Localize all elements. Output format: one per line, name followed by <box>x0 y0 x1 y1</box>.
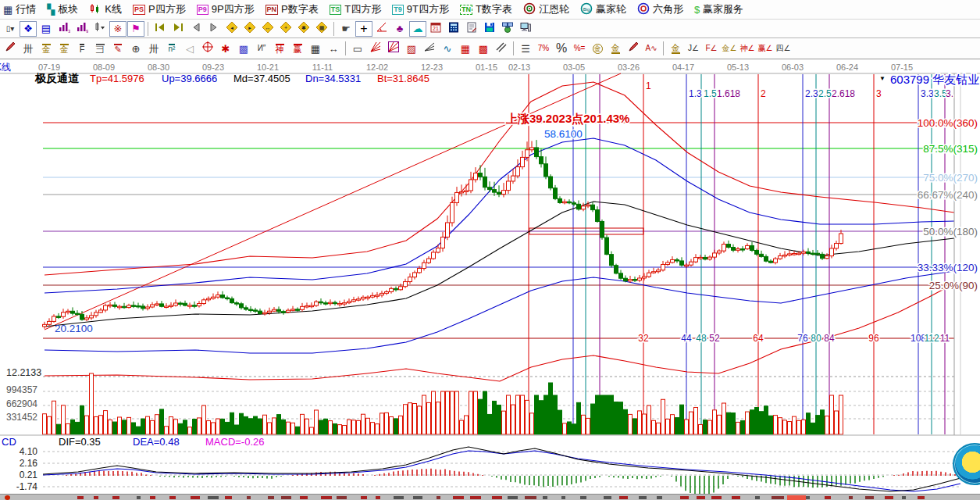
calculator-tool[interactable] <box>445 21 462 37</box>
diamond-star-tool[interactable]: ✱ <box>295 21 312 37</box>
volume-bar <box>821 410 825 434</box>
gann-fan-tool[interactable] <box>367 41 384 56</box>
target-cross-tool[interactable] <box>199 41 216 56</box>
diamond-left-tool[interactable]: ◂ <box>223 21 241 37</box>
bars-9-tool[interactable]: 9 <box>73 21 91 37</box>
f-grid-tool[interactable]: F <box>73 41 91 56</box>
kline-chart-area[interactable]: 07-1908-0908-3009-2310-2111-1112-0212-23… <box>0 59 980 494</box>
si-angle-tool[interactable]: 四∠ <box>775 41 792 56</box>
mirror-flag-tool[interactable]: ◁ <box>181 41 198 56</box>
menu-quotes[interactable]: ▦行情 <box>3 2 36 16</box>
menu-9t-square[interactable]: T99T四方形 <box>392 2 449 16</box>
circle-ruler-tool[interactable]: ⊕ <box>127 41 144 56</box>
e-grid-tool[interactable]: 彐 <box>91 41 109 56</box>
menu-quotes-label: 行情 <box>16 2 36 16</box>
menu-hexagon[interactable]: 六角形 <box>637 2 683 17</box>
fan-box-tool[interactable] <box>385 41 402 56</box>
volume-bar <box>76 422 80 434</box>
ruler-hatch-tool-2[interactable]: 卅 <box>145 41 162 56</box>
nav-first-button[interactable] <box>151 21 169 37</box>
menu-t-square[interactable]: TST四方形 <box>330 2 381 16</box>
network-tool[interactable] <box>499 21 516 37</box>
diamond-grid-tool[interactable]: ▦ <box>313 21 330 37</box>
nav-prev-button[interactable] <box>187 21 205 37</box>
calendar-tool[interactable]: 21 <box>427 21 444 37</box>
ying-angle-tool[interactable]: 赢∠ <box>757 41 774 56</box>
menu-winner-service[interactable]: $赢家服务 <box>694 2 743 16</box>
wave-a-tool[interactable]: A∿ <box>643 41 660 56</box>
toolbar-separator <box>345 41 346 55</box>
parallel-lines-tool[interactable] <box>493 41 510 56</box>
percent-tool[interactable]: % <box>553 41 570 56</box>
pencil-ruler-tool[interactable]: ✎ <box>109 41 127 56</box>
shen-angle-tool[interactable]: 神∠ <box>739 41 756 56</box>
candle-style-dropdown[interactable] <box>91 21 109 37</box>
paint-tool[interactable] <box>2 41 19 56</box>
status-mark <box>657 496 662 499</box>
grid-blue-tool[interactable]: ▩ <box>235 41 252 56</box>
menu-kline[interactable]: K线 <box>89 2 122 17</box>
nav-last-button[interactable] <box>169 21 187 37</box>
volume-profile-tool[interactable]: ⚑ <box>127 21 144 37</box>
info-list-tool[interactable]: ▤ <box>37 21 55 37</box>
n2-grid-tool[interactable]: n² <box>163 41 180 56</box>
candle <box>835 244 839 248</box>
shen-grid-tool[interactable]: 神 <box>271 41 288 56</box>
grid-red-box-tool[interactable]: ▩ <box>475 41 492 56</box>
diamond-hmove-tool[interactable]: ↔ <box>259 21 276 37</box>
tick-arrow-tool[interactable]: ↔ <box>325 41 342 56</box>
ruler-hatch-tool[interactable]: 卅 <box>20 41 37 56</box>
workstation-tool[interactable] <box>517 21 534 37</box>
volume-bar <box>212 423 216 434</box>
wave-brain-tool[interactable]: ☁ <box>409 21 426 37</box>
gold-lines-tool[interactable]: 金 <box>607 41 624 56</box>
f-angle-tool[interactable]: F∠ <box>703 41 720 56</box>
menu-t-table[interactable]: TNT数字表 <box>460 2 512 16</box>
angle-measure-tool[interactable] <box>373 21 390 37</box>
crosshair-tool[interactable]: + <box>355 21 372 37</box>
gold-angle-tool[interactable]: 金∠ <box>721 41 738 56</box>
volume-bar <box>390 416 394 434</box>
rect-tool[interactable]: ▭ <box>349 41 366 56</box>
menu-gann-wheel[interactable]: 江恩轮 <box>523 2 569 17</box>
hand-tool[interactable]: ☛ <box>337 21 355 37</box>
volume-bar <box>727 412 731 434</box>
menu-p-square[interactable]: PSP四方形 <box>133 2 186 16</box>
gold-circle-tool[interactable]: 金 <box>589 41 606 56</box>
percent-lines-tool[interactable]: %= <box>571 41 588 56</box>
box-fan-tool[interactable]: ▨ <box>403 41 420 56</box>
bars-3-tool[interactable]: 3 <box>55 21 73 37</box>
gold-grid-tool-1[interactable]: 金 <box>37 41 55 56</box>
diamond-right-tool[interactable]: ▸ <box>241 21 258 37</box>
zigzag-tool[interactable]: ∿ <box>439 41 456 56</box>
j-angle-tool[interactable]: J∠ <box>685 41 702 56</box>
pencil-flag-tool[interactable] <box>625 41 642 56</box>
diamond-cross-tool[interactable]: + <box>277 21 294 37</box>
star-spiral-tool[interactable]: ✱ <box>217 41 234 56</box>
menu-winner-wheel[interactable]: Big赢家轮 <box>580 2 626 17</box>
grid-red-tool[interactable]: ▦ <box>457 41 474 56</box>
gold-underline-tool[interactable]: 金 <box>667 41 684 56</box>
pattern-red-tool[interactable]: ※ <box>109 21 127 37</box>
save-tool[interactable] <box>481 21 498 37</box>
menu-p-table[interactable]: PNP数字表 <box>265 2 319 16</box>
period-dropdown[interactable]: ▯▾ <box>2 21 19 37</box>
menu-sectors[interactable]: ▚板块 <box>47 2 78 16</box>
notepad-tool[interactable] <box>463 21 480 37</box>
menu-9p-square[interactable]: P99P四方形 <box>197 2 255 16</box>
kline-mark-tool[interactable]: И″ <box>253 41 270 56</box>
candle <box>385 291 389 293</box>
status-mark <box>247 496 251 499</box>
gann-tree-tool[interactable]: ♣ <box>391 21 408 37</box>
ladder-scale-tool[interactable]: ☰ <box>517 41 534 56</box>
grid-123-tool[interactable]: ▦ <box>307 41 324 56</box>
volume-bar <box>146 416 150 434</box>
status-mark <box>321 496 332 499</box>
nav-next-button[interactable] <box>205 21 223 37</box>
ying-grid-tool[interactable]: 赢 <box>289 41 306 56</box>
pattern-search-tool[interactable]: ❖ <box>20 21 37 37</box>
angle-fan-tool[interactable] <box>421 41 438 56</box>
gold-grid-tool-2[interactable]: 金 <box>55 41 73 56</box>
pct-7-tool[interactable]: 7% <box>535 41 552 56</box>
volume-bar <box>249 419 253 434</box>
